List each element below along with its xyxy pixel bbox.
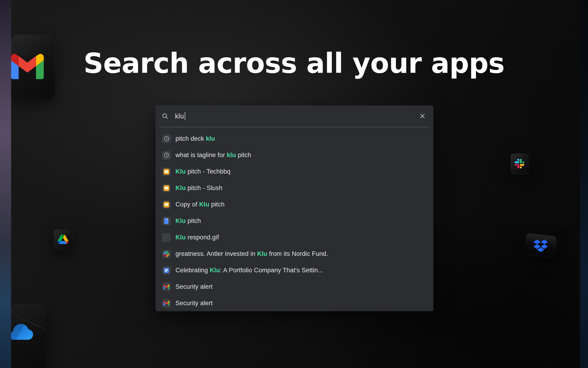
google-drive-tile	[54, 230, 73, 249]
google-drive-icon	[58, 235, 68, 244]
result-row[interactable]: Security alert	[156, 278, 433, 295]
result-row[interactable]: greatness. Antler invested in Klu from i…	[156, 246, 433, 262]
clock-icon	[162, 134, 171, 143]
result-row[interactable]: Klu pitch - Slush	[156, 180, 433, 196]
slack-icon	[162, 249, 171, 258]
slides-icon	[162, 184, 171, 193]
result-row[interactable]: Security alert	[156, 295, 433, 312]
slides-icon	[162, 200, 171, 209]
result-row[interactable]: Klu pitch - Techbbq	[156, 163, 433, 180]
search-icon	[162, 113, 168, 120]
result-text: what is tagline for klu pitch	[176, 152, 251, 159]
result-row[interactable]: pitch deck klu	[156, 130, 433, 147]
close-icon[interactable]	[420, 113, 425, 119]
search-query-text: klu	[175, 112, 184, 120]
result-row[interactable]: Klu pitch	[156, 213, 433, 229]
onedrive-tile	[11, 304, 46, 368]
results-list: pitch deck kluwhat is tagline for klu pi…	[156, 127, 433, 311]
result-row[interactable]: Klu respond.gif	[156, 229, 433, 246]
marketing-screenshot: Search across all your apps	[0, 0, 588, 368]
clock-icon	[162, 151, 171, 160]
result-text: Klu pitch	[176, 217, 201, 225]
search-bar[interactable]: klu	[156, 105, 433, 127]
dropbox-tile	[524, 233, 557, 258]
onedrive-icon	[11, 324, 34, 340]
result-text: Klu pitch - Techbbq	[176, 168, 230, 175]
result-row[interactable]: what is tagline for klu pitch	[156, 147, 433, 163]
result-text: pitch deck klu	[176, 135, 215, 142]
left-gradient-strip	[0, 0, 11, 368]
right-gradient-strip	[580, 0, 588, 368]
slack-tile	[510, 153, 528, 174]
empty-file-icon	[162, 233, 171, 242]
doc-file-icon	[162, 217, 171, 225]
gmail-icon	[162, 299, 171, 308]
result-row[interactable]: Copy of Klu pitch	[156, 196, 433, 213]
text-caret	[185, 112, 185, 120]
result-text: Klu respond.gif	[176, 234, 219, 241]
search-input[interactable]: klu	[175, 105, 185, 127]
dropbox-icon	[533, 240, 548, 252]
result-text: Celebrating Klu: A Portfolio Company Tha…	[176, 267, 323, 274]
result-row[interactable]: Celebrating Klu: A Portfolio Company Tha…	[156, 262, 433, 278]
gmail-icon	[162, 283, 171, 291]
doc-lines-icon	[162, 266, 171, 275]
result-text: Copy of Klu pitch	[176, 201, 225, 208]
page-title: Search across all your apps	[0, 48, 588, 79]
result-text: greatness. Antler invested in Klu from i…	[176, 250, 328, 258]
slides-icon	[162, 167, 171, 176]
result-text: Klu pitch - Slush	[176, 184, 222, 192]
result-text: Security alert	[176, 283, 212, 290]
search-panel: klu pitch deck kluwhat is tagline for kl…	[156, 105, 433, 311]
result-text: Security alert	[176, 300, 212, 307]
slack-icon	[515, 159, 524, 168]
